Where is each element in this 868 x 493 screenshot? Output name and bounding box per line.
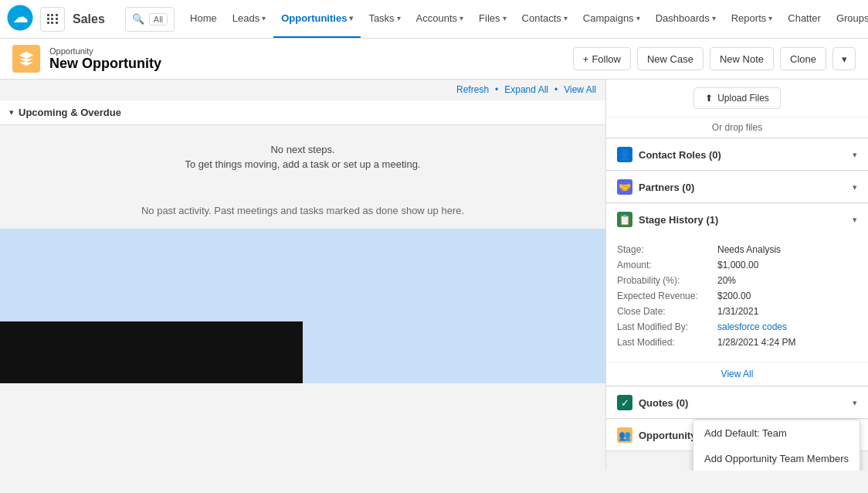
history-row-modified-by: Last Modified By: salesforce codes — [617, 321, 857, 332]
stage-history-icon: 📋 — [617, 212, 632, 227]
page-header-text: Opportunity New Opportunity — [49, 46, 161, 72]
expand-all-link[interactable]: Expand All — [504, 84, 548, 95]
contact-roles-icon: 👤 — [617, 147, 632, 162]
new-note-button[interactable]: New Note — [710, 47, 774, 70]
quotes-chevron: ▾ — [853, 398, 857, 408]
history-row-probability: Probability (%): 20% — [617, 275, 857, 286]
history-row-stage: Stage: Needs Analysis — [617, 244, 857, 255]
section-title: Upcoming & Overdue — [19, 107, 121, 118]
chevron-down-icon: ▾ — [636, 14, 640, 22]
sidebar-item-accounts[interactable]: Accounts ▾ — [409, 0, 471, 38]
upload-icon: ⬆ — [705, 93, 713, 104]
partners-card: 🤝 Partners (0) ▾ — [606, 172, 868, 203]
history-row-last-modified: Last Modified: 1/28/2021 4:24 PM — [617, 337, 857, 348]
upcoming-section-header[interactable]: ▾ Upcoming & Overdue — [0, 100, 605, 125]
chevron-down-icon: ▾ — [349, 14, 353, 22]
activity-actions: Refresh • Expand All • View All — [0, 80, 605, 100]
modified-by-link[interactable]: salesforce codes — [717, 321, 787, 332]
upload-area: ⬆ Upload Files — [606, 80, 868, 117]
search-icon: 🔍 — [132, 13, 144, 25]
contact-roles-card: 👤 Contact Roles (0) ▾ — [606, 139, 868, 171]
quotes-card: ✓ Quotes (0) ▾ Add Default: Team Add Opp… — [606, 387, 868, 419]
sidebar-item-contacts[interactable]: Contacts ▾ — [514, 0, 575, 38]
svg-text:☁: ☁ — [13, 9, 28, 26]
no-past-activity: No past activity. Past meetings and task… — [0, 192, 605, 229]
sidebar-item-opportunities[interactable]: Opportunities ▾ — [273, 0, 361, 38]
sidebar-item-leads[interactable]: Leads ▾ — [225, 0, 273, 38]
contact-roles-title: Contact Roles (0) — [639, 149, 721, 161]
app-name: Sales — [73, 12, 105, 26]
quotes-dropdown-menu: Add Default: Team Add Opportunity Team M… — [693, 420, 860, 471]
quotes-header-left: ✓ Quotes (0) — [617, 395, 688, 410]
all-apps-button[interactable] — [40, 7, 65, 32]
chevron-down-icon: ▾ — [459, 14, 463, 22]
quotes-title: Quotes (0) — [639, 397, 688, 409]
clone-button[interactable]: Clone — [780, 47, 826, 70]
stage-history-view-all[interactable]: View All — [606, 362, 868, 386]
blue-placeholder — [0, 229, 605, 321]
partners-title: Partners (0) — [639, 182, 694, 193]
search-bar: 🔍 All — [125, 7, 175, 32]
sidebar-item-tasks[interactable]: Tasks ▾ — [361, 0, 408, 38]
new-case-button[interactable]: New Case — [637, 47, 704, 70]
stage-history-card: 📋 Stage History (1) ▾ Stage: Needs Analy… — [606, 204, 868, 386]
upload-files-card: ⬆ Upload Files Or drop files — [606, 80, 868, 138]
chevron-down-icon: ▾ — [397, 14, 401, 22]
sidebar-item-files[interactable]: Files ▾ — [471, 0, 514, 38]
sidebar-item-campaigns[interactable]: Campaigns ▾ — [575, 0, 648, 38]
history-row-close-date: Close Date: 1/31/2021 — [617, 306, 857, 317]
top-nav: ☁ Sales 🔍 All Home Leads ▾ Opportunities… — [0, 0, 868, 39]
or-drop-label: Or drop files — [606, 117, 868, 138]
stage-history-title: Stage History (1) — [639, 214, 718, 226]
history-row-amount: Amount: $1,000.00 — [617, 260, 857, 270]
opportunity-team-icon: 👥 — [617, 427, 632, 443]
bottom-row — [0, 321, 605, 383]
sidebar-item-chatter[interactable]: Chatter — [780, 0, 829, 38]
quotes-header[interactable]: ✓ Quotes (0) ▾ — [606, 387, 868, 418]
contact-roles-header[interactable]: 👤 Contact Roles (0) ▾ — [606, 139, 868, 170]
opportunity-icon — [12, 45, 40, 73]
more-actions-button[interactable]: ▾ — [832, 47, 856, 70]
page-header-actions: + Follow New Case New Note Clone ▾ — [573, 47, 856, 70]
sidebar-item-groups[interactable]: Groups ▾ — [829, 0, 868, 38]
main-content: Refresh • Expand All • View All ▾ Upcomi… — [0, 80, 868, 471]
refresh-link[interactable]: Refresh — [456, 84, 489, 95]
sidebar-item-home[interactable]: Home — [182, 0, 225, 38]
chevron-down-icon: ▾ — [768, 14, 772, 22]
stage-history-header-left: 📋 Stage History (1) — [617, 212, 718, 227]
add-opportunity-team-members-item[interactable]: Add Opportunity Team Members — [693, 446, 860, 471]
page-header-left: Opportunity New Opportunity — [12, 45, 161, 73]
stage-history-chevron: ▾ — [853, 215, 857, 225]
partners-chevron: ▾ — [853, 182, 857, 192]
left-panel: Refresh • Expand All • View All ▾ Upcomi… — [0, 80, 605, 471]
history-row-expected-revenue: Expected Revenue: $200.00 — [617, 291, 857, 301]
stage-history-header[interactable]: 📋 Stage History (1) ▾ — [606, 204, 868, 235]
section-collapse-icon: ▾ — [9, 107, 14, 117]
add-default-team-item[interactable]: Add Default: Team — [693, 420, 860, 446]
right-panel: ⬆ Upload Files Or drop files 👤 Contact R… — [605, 80, 868, 471]
quotes-icon: ✓ — [617, 395, 632, 410]
nav-items: Home Leads ▾ Opportunities ▾ Tasks ▾ Acc… — [182, 0, 868, 38]
no-next-steps: No next steps. To get things moving, add… — [0, 125, 605, 192]
contact-roles-header-left: 👤 Contact Roles (0) — [617, 147, 721, 162]
partners-header[interactable]: 🤝 Partners (0) ▾ — [606, 172, 868, 202]
follow-button[interactable]: + Follow — [573, 47, 631, 70]
stage-history-body: Stage: Needs Analysis Amount: $1,000.00 … — [606, 235, 868, 362]
view-all-link[interactable]: View All — [564, 84, 596, 95]
partners-header-left: 🤝 Partners (0) — [617, 179, 694, 195]
search-all-btn[interactable]: All — [149, 13, 168, 26]
salesforce-logo[interactable]: ☁ — [6, 4, 34, 34]
contact-roles-chevron: ▾ — [853, 150, 857, 160]
breadcrumb: Opportunity — [49, 46, 161, 56]
blue-placeholder-2 — [303, 321, 605, 383]
page-header: Opportunity New Opportunity + Follow New… — [0, 39, 868, 80]
black-placeholder — [0, 321, 303, 383]
page-title: New Opportunity — [49, 56, 161, 72]
sidebar-item-reports[interactable]: Reports ▾ — [724, 0, 781, 38]
chevron-down-icon: ▾ — [262, 14, 266, 22]
partners-icon: 🤝 — [617, 179, 632, 195]
upload-files-button[interactable]: ⬆ Upload Files — [693, 87, 781, 109]
chevron-down-icon: ▾ — [503, 14, 507, 22]
follow-icon: + — [583, 53, 589, 65]
sidebar-item-dashboards[interactable]: Dashboards ▾ — [648, 0, 724, 38]
